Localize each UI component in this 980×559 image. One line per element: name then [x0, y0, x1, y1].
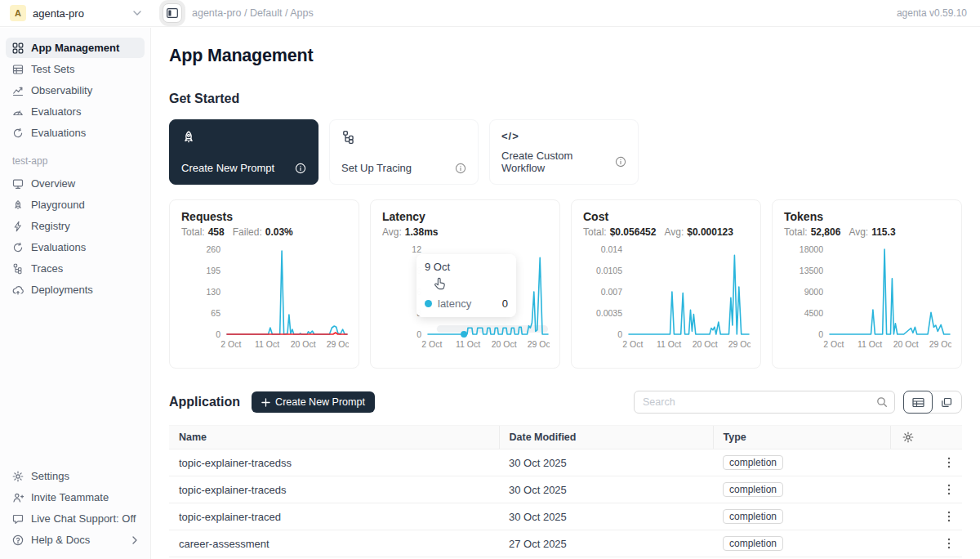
rocket-icon: [181, 130, 306, 145]
svg-text:18000: 18000: [800, 244, 823, 254]
trace-tree-icon: [12, 263, 24, 275]
sidebar-item-label: Evaluations: [31, 241, 86, 253]
sidebar-item-help-docs[interactable]: Help & Docs: [6, 530, 145, 550]
info-icon: [295, 163, 306, 174]
card-label: Create Custom Workflow: [501, 150, 615, 174]
row-actions-button[interactable]: [946, 482, 952, 497]
svg-text:11 Oct: 11 Oct: [858, 339, 882, 349]
chart-line-icon: [12, 85, 24, 96]
app-name: career-assessment: [169, 530, 499, 557]
metrics-cards: Requests Total:458Failed:0.03% 065130195…: [169, 199, 962, 369]
table-view-button[interactable]: [903, 391, 933, 414]
cost-chart-card: Cost Total:$0.056452Avg:$0.000123 00.003…: [571, 199, 761, 369]
search-icon: [876, 396, 888, 408]
sidebar-item-label: Live Chat Support: Off: [31, 512, 136, 525]
latency-chart-card: Latency Avg:1.38ms 0369122 Oct11 Oct20 O…: [370, 199, 560, 369]
sidebar-item-settings[interactable]: Settings: [6, 466, 145, 486]
trace-tree-icon: [341, 130, 466, 145]
stat-label: Failed:: [233, 226, 262, 238]
breadcrumb[interactable]: agenta-pro / Default / Apps: [192, 7, 314, 19]
sidebar-item-evaluations[interactable]: Evaluations: [6, 123, 145, 143]
top-bar: A agenta-pro agenta-pro / Default / Apps…: [0, 0, 980, 27]
sidebar-item-evaluations-project[interactable]: Evaluations: [6, 237, 145, 257]
tooltip-series-label: latency: [438, 297, 471, 310]
svg-text:13500: 13500: [800, 266, 823, 275]
sidebar-item-test-sets[interactable]: Test Sets: [6, 59, 145, 79]
sidebar-toggle-button[interactable]: [163, 3, 182, 23]
svg-text:0: 0: [416, 329, 421, 339]
row-actions-button[interactable]: [946, 455, 952, 470]
row-actions-button[interactable]: [946, 536, 952, 551]
card-view-button[interactable]: [932, 391, 961, 413]
sidebar-item-app-management[interactable]: App Management: [6, 38, 145, 58]
svg-text:2 Oct: 2 Oct: [622, 339, 643, 349]
stat-value: $0.056452: [610, 226, 657, 238]
table-settings-button[interactable]: [901, 430, 915, 445]
grid-icon: [12, 42, 24, 54]
sidebar-item-label: Observability: [31, 84, 92, 96]
table-row[interactable]: topic-explainer-tracedss 30 Oct 2025 com…: [169, 449, 962, 476]
create-new-prompt-card[interactable]: Create New Prompt: [169, 119, 318, 185]
app-date-modified: 27 Oct 2025: [499, 530, 713, 557]
cloud-upload-icon: [12, 284, 24, 296]
table-icon: [12, 64, 24, 75]
sidebar-item-playground[interactable]: Playground: [6, 195, 145, 215]
sidebar-item-deployments[interactable]: Deployments: [6, 280, 145, 300]
table-row[interactable]: topic-explainer-traceds 30 Oct 2025 comp…: [169, 476, 962, 503]
svg-text:11 Oct: 11 Oct: [255, 339, 279, 349]
stat-label: Avg:: [382, 226, 402, 238]
search-input[interactable]: [634, 391, 895, 414]
column-header-name: Name: [169, 426, 499, 449]
row-actions-button[interactable]: [946, 509, 952, 524]
chart-tooltip: 9 Oct latency 0: [416, 254, 516, 317]
stat-label: Total:: [181, 226, 205, 238]
sidebar-item-invite-teammate[interactable]: Invite Teammate: [6, 487, 145, 508]
svg-text:0.0105: 0.0105: [596, 266, 622, 275]
get-started-cards: Create New Prompt Set Up Tracing </> Cre…: [169, 119, 962, 185]
sidebar-item-live-chat-support[interactable]: Live Chat Support: Off: [6, 508, 145, 529]
plus-icon: [261, 398, 270, 407]
info-icon: [455, 163, 466, 174]
workspace-name: agenta-pro: [33, 7, 84, 20]
requests-chart: 0651301952602 Oct11 Oct20 Oct29 Oct: [181, 243, 349, 357]
app-name: topic-explainer-traceds: [169, 476, 499, 503]
svg-text:2 Oct: 2 Oct: [220, 339, 241, 349]
hand-cursor-icon: [433, 275, 448, 291]
app-name: topic-explainer-traced: [169, 503, 499, 530]
app-date-modified: 30 Oct 2025: [499, 449, 713, 476]
card-label: Set Up Tracing: [341, 162, 412, 174]
stat-label: Avg:: [664, 226, 684, 238]
app-date-modified: 30 Oct 2025: [499, 503, 713, 530]
application-header: Application Create New Prompt: [169, 391, 962, 414]
type-badge: completion: [723, 509, 783, 524]
chat-bubble-icon: [12, 513, 24, 525]
svg-text:65: 65: [211, 308, 220, 318]
project-section-label: test-app: [12, 155, 145, 167]
sidebar-item-registry[interactable]: Registry: [6, 216, 145, 236]
sidebar-item-evaluators[interactable]: Evaluators: [6, 101, 145, 122]
svg-text:29 Oct: 29 Oct: [929, 339, 951, 349]
lightning-icon: [12, 221, 24, 232]
sidebar-item-label: Evaluations: [31, 127, 86, 139]
rocket-icon: [12, 199, 24, 211]
table-row[interactable]: career-assessment 27 Oct 2025 completion: [169, 530, 962, 557]
search-box: [634, 391, 895, 414]
create-custom-workflow-card[interactable]: </> Create Custom Workflow: [489, 119, 639, 185]
stat-value: 115.3: [871, 226, 895, 238]
workspace-avatar: A: [10, 5, 26, 21]
chevron-down-icon: [133, 11, 141, 16]
sidebar-item-traces[interactable]: Traces: [6, 258, 145, 279]
sidebar-item-overview[interactable]: Overview: [6, 173, 145, 194]
column-header-settings: [890, 426, 962, 449]
stat-value: 1.38ms: [405, 226, 439, 238]
svg-text:0.007: 0.007: [601, 287, 622, 297]
table-row[interactable]: topic-explainer-traced 30 Oct 2025 compl…: [169, 503, 962, 530]
set-up-tracing-card[interactable]: Set Up Tracing: [329, 119, 479, 185]
stat-label: Total:: [784, 226, 808, 238]
app-date-modified: 30 Oct 2025: [499, 476, 713, 503]
chart-stats: Total:$0.056452Avg:$0.000123: [583, 226, 749, 238]
workspace-selector[interactable]: A agenta-pro: [0, 5, 151, 21]
create-new-prompt-button[interactable]: Create New Prompt: [252, 391, 375, 413]
sidebar-item-observability[interactable]: Observability: [6, 80, 145, 101]
svg-text:20 Oct: 20 Oct: [893, 339, 919, 349]
